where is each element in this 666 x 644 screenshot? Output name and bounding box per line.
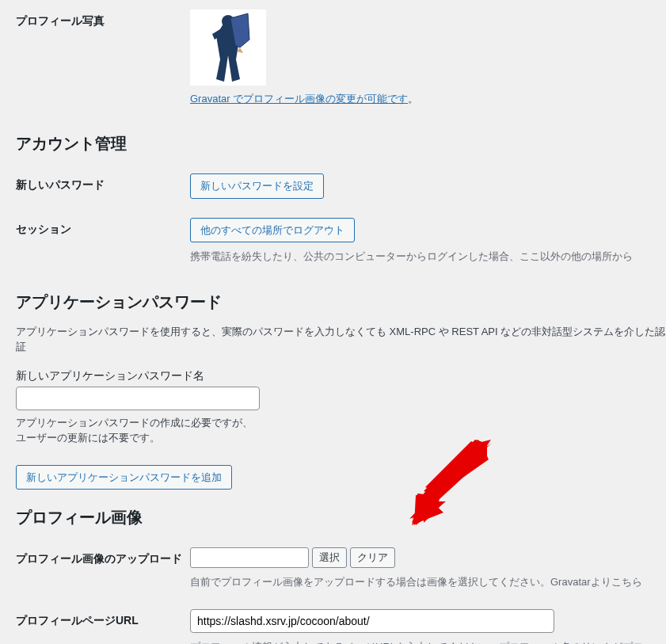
session-label: セッション xyxy=(16,218,190,237)
logout-everywhere-button[interactable]: 他のすべての場所でログアウト xyxy=(190,218,355,243)
clear-button[interactable]: クリア xyxy=(350,547,395,568)
new-password-button[interactable]: 新しいパスワードを設定 xyxy=(190,173,324,199)
logout-description: 携帯電話を紛失したり、公共のコンピューターからログインした場合、ここ以外の他の場… xyxy=(190,249,666,265)
application-password-heading: アプリケーションパスワード xyxy=(0,274,666,322)
profile-page-url-label: プロフィールページURL xyxy=(16,609,190,628)
profile-image-upload-input[interactable] xyxy=(190,547,309,568)
profile-photo-label: プロフィール写真 xyxy=(16,10,190,29)
profile-page-url-description: プロフィール情報が入力してあるページURLを入力してください。プロフィール名のリ… xyxy=(190,639,666,645)
avatar xyxy=(190,10,266,86)
profile-page-url-input[interactable] xyxy=(190,609,554,633)
application-password-description: アプリケーションパスワードを使用すると、実際のパスワードを入力しなくても XML… xyxy=(0,322,666,363)
app-password-desc-2: ユーザーの更新には不要です。 xyxy=(16,432,160,444)
add-app-password-button[interactable]: 新しいアプリケーションパスワードを追加 xyxy=(16,465,232,490)
account-management-heading: アカウント管理 xyxy=(0,116,666,164)
profile-image-heading: プロフィール画像 xyxy=(0,490,666,538)
gravatar-suffix: 。 xyxy=(408,93,418,105)
app-password-name-input[interactable] xyxy=(16,387,260,410)
new-password-label: 新しいパスワード xyxy=(16,173,190,192)
profile-image-upload-label: プロフィール画像のアップロード xyxy=(16,547,190,566)
avatar-icon xyxy=(200,12,256,83)
select-button[interactable]: 選択 xyxy=(312,547,347,568)
profile-image-upload-description: 自前でプロフィール画像をアップロードする場合は画像を選択してください。Grava… xyxy=(190,574,666,590)
app-password-desc-1: アプリケーションパスワードの作成に必要ですが、 xyxy=(16,417,253,429)
app-password-name-label: 新しいアプリケーションパスワード名 xyxy=(0,363,666,387)
gravatar-link[interactable]: Gravatar でプロフィール画像の変更が可能です xyxy=(190,93,408,105)
